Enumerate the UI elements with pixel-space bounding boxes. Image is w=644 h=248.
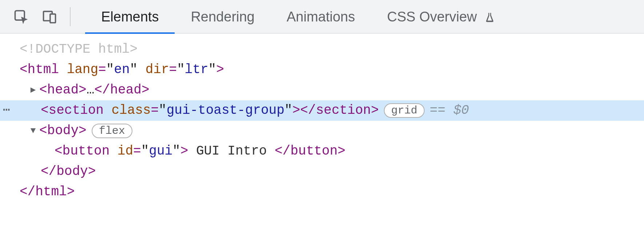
- dom-html-close[interactable]: </html>: [0, 182, 644, 202]
- selected-node-ref: == $0: [430, 100, 469, 121]
- attr-lang: lang: [67, 60, 98, 80]
- tag-html: html: [28, 60, 59, 80]
- tab-elements[interactable]: Elements: [85, 0, 175, 33]
- attr-dir-value: ltr: [185, 60, 208, 80]
- dom-html-open[interactable]: <html lang="en" dir="ltr">: [0, 60, 644, 80]
- tag-section: section: [49, 100, 104, 121]
- tag-head-close: head: [110, 80, 141, 100]
- dom-head[interactable]: ▶<head>…</head>: [0, 80, 644, 100]
- tag-head: head: [47, 80, 79, 100]
- dom-body-close[interactable]: </body>: [0, 161, 644, 182]
- console-ref: $0: [453, 103, 469, 118]
- collapse-arrow-icon[interactable]: ▼: [27, 121, 39, 141]
- dom-tree: <!DOCTYPE html> <html lang="en" dir="ltr…: [0, 33, 644, 202]
- doctype-text: <!DOCTYPE html>: [20, 39, 138, 60]
- button-text-node: GUI Intro: [188, 141, 275, 161]
- toolbar-divider: [70, 7, 71, 26]
- tag-body: body: [47, 121, 79, 141]
- tag-section-close: section: [316, 100, 371, 121]
- attr-id-value: gui: [149, 141, 172, 161]
- attr-class-value: gui-toast-group: [167, 100, 285, 121]
- attr-class: class: [111, 100, 151, 121]
- dom-doctype[interactable]: <!DOCTYPE html>: [0, 39, 644, 60]
- tab-label: Rendering: [191, 9, 254, 24]
- attr-lang-value: en: [114, 60, 130, 80]
- more-options-icon[interactable]: ⋯: [3, 100, 10, 121]
- dom-section-selected[interactable]: ⋯ <section class="gui-toast-group"></sec…: [0, 100, 644, 121]
- beaker-icon: [484, 1, 495, 35]
- tab-label: CSS Overview: [387, 9, 477, 24]
- devtools-toolbar: Elements Rendering Animations CSS Overvi…: [0, 0, 644, 33]
- collapsed-ellipsis: …: [87, 80, 95, 100]
- device-toggle-icon[interactable]: [39, 6, 60, 28]
- layout-badge-grid[interactable]: grid: [384, 103, 425, 118]
- layout-badge-flex[interactable]: flex: [92, 124, 132, 138]
- tab-label: Elements: [101, 9, 159, 24]
- dom-body-open[interactable]: ▼<body> flex: [0, 121, 644, 141]
- dom-button[interactable]: <button id="gui"> GUI Intro </button>: [0, 141, 644, 161]
- tag-html-close: html: [35, 182, 67, 202]
- inspect-element-icon[interactable]: [10, 6, 32, 28]
- tab-animations[interactable]: Animations: [271, 0, 371, 33]
- svg-rect-2: [50, 14, 56, 23]
- tag-button-close: button: [290, 141, 338, 161]
- tab-rendering[interactable]: Rendering: [175, 0, 270, 33]
- tab-label: Animations: [287, 9, 355, 24]
- expand-arrow-icon[interactable]: ▶: [27, 80, 39, 100]
- attr-id: id: [118, 141, 133, 161]
- tag-body-close: body: [56, 161, 88, 182]
- attr-dir: dir: [146, 60, 169, 80]
- tag-button: button: [63, 141, 110, 161]
- tab-css-overview[interactable]: CSS Overview: [371, 0, 512, 33]
